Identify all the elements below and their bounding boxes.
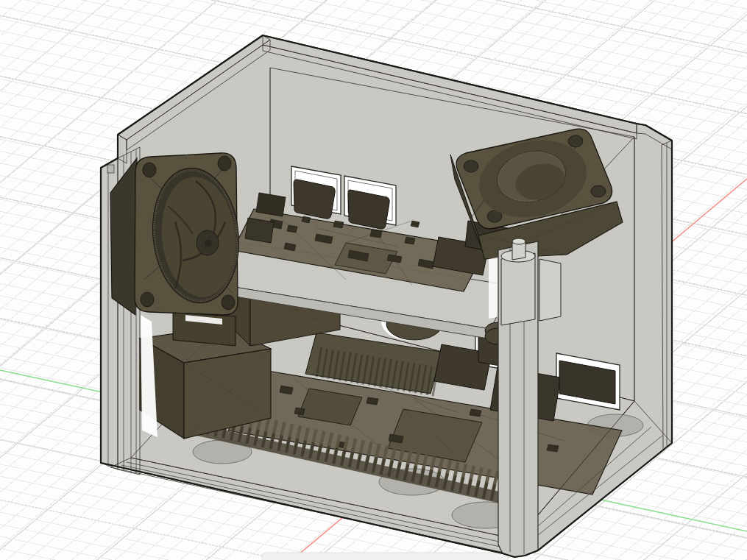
navigation-toolbar-sliver[interactable] — [262, 553, 508, 560]
cad-viewport[interactable] — [0, 0, 747, 560]
left-end-connector — [245, 218, 274, 243]
wall-notch — [107, 165, 114, 173]
model-scene[interactable] — [0, 0, 747, 560]
camera-connector — [256, 193, 286, 216]
